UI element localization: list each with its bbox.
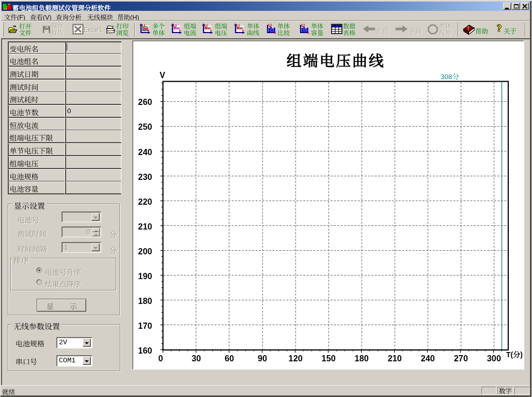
svg-text:t: t <box>179 28 181 33</box>
svg-text:V: V <box>160 70 165 80</box>
svg-text:190: 190 <box>138 271 152 281</box>
svg-text:308分: 308分 <box>441 71 460 81</box>
svg-text:220: 220 <box>138 197 152 206</box>
svg-text:240: 240 <box>421 354 435 363</box>
svg-text:180: 180 <box>355 354 369 363</box>
svg-text:170: 170 <box>138 321 152 330</box>
svg-text:210: 210 <box>138 222 152 231</box>
svg-text:200: 200 <box>138 247 152 256</box>
svg-text:250: 250 <box>138 122 152 131</box>
svg-text:120: 120 <box>289 354 303 363</box>
svg-text:t: t <box>148 28 149 33</box>
svg-text:t: t <box>275 30 276 35</box>
svg-text:270: 270 <box>454 354 468 363</box>
svg-text:210: 210 <box>388 354 402 363</box>
svg-text:240: 240 <box>138 147 152 157</box>
svg-text:160: 160 <box>138 346 152 355</box>
svg-text:0: 0 <box>158 354 163 363</box>
svg-text:30: 30 <box>192 354 201 363</box>
svg-text:t: t <box>308 30 309 35</box>
svg-text:260: 260 <box>138 97 152 106</box>
svg-text:300: 300 <box>487 354 501 363</box>
svg-text:90: 90 <box>258 354 267 363</box>
svg-text:t: t <box>242 28 244 33</box>
svg-text:150: 150 <box>322 354 336 363</box>
svg-text:T(分): T(分) <box>506 349 523 359</box>
svg-text:180: 180 <box>138 296 152 306</box>
svg-text:60: 60 <box>225 354 234 363</box>
svg-text:230: 230 <box>138 172 152 181</box>
svg-text:t: t <box>210 28 212 33</box>
